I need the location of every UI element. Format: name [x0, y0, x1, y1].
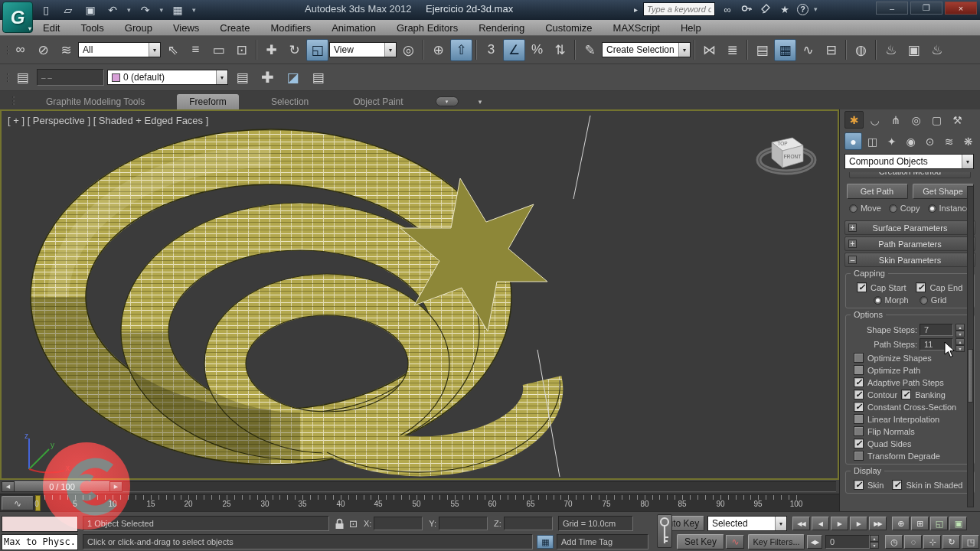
- category-lights-icon[interactable]: ✦: [883, 132, 900, 150]
- animate-selection-dropdown[interactable]: Selected ▾: [707, 516, 787, 531]
- time-tag-window-icon[interactable]: ▦: [537, 535, 554, 549]
- skin-checkbox[interactable]: ✓: [854, 480, 864, 490]
- schematic-view-icon[interactable]: ⊟: [820, 39, 842, 61]
- named-selection-dropdown[interactable]: Create Selection Se ▾: [602, 42, 691, 57]
- category-geometry-icon[interactable]: ●: [844, 132, 862, 150]
- maximize-button[interactable]: ❐: [910, 2, 942, 15]
- maximize-viewport-toggle[interactable]: ◳: [962, 535, 979, 549]
- keyboard-override-icon[interactable]: ⇧: [450, 39, 472, 61]
- key-filters-button[interactable]: Key Filters...: [748, 534, 805, 549]
- category-spacewarps-icon[interactable]: ≋: [940, 132, 958, 150]
- mirror-icon[interactable]: ⋈: [698, 39, 720, 61]
- z-coordinate-input[interactable]: [504, 517, 553, 530]
- zoom-all-button[interactable]: ⊞: [911, 517, 929, 530]
- ribbon-grip[interactable]: ⋮: [8, 94, 14, 106]
- minimize-button[interactable]: –: [876, 2, 908, 15]
- render-production-icon[interactable]: ♨: [926, 39, 948, 61]
- select-object-icon[interactable]: ⇖: [162, 39, 184, 61]
- tab-modify-icon[interactable]: ◡: [865, 111, 884, 129]
- move-radio[interactable]: [849, 204, 858, 213]
- menu-graph-editors[interactable]: Graph Editors: [397, 22, 458, 34]
- category-helpers-icon[interactable]: ⊙: [921, 132, 939, 150]
- skin-in-shaded-checkbox[interactable]: ✓: [892, 480, 902, 490]
- search-expand-icon[interactable]: ▸: [634, 5, 638, 14]
- max-logo-button[interactable]: G ▾: [2, 2, 33, 33]
- tab-display-icon[interactable]: ▢: [927, 111, 946, 129]
- cap-start-checkbox[interactable]: ✓: [857, 282, 867, 292]
- perspective-viewport[interactable]: [ + ] [ Perspective ] [ Shaded + Edged F…: [0, 109, 839, 480]
- tab-object-paint[interactable]: Object Paint: [341, 94, 415, 109]
- tab-freeform[interactable]: Freeform: [177, 94, 239, 109]
- previous-frame-arrow-icon[interactable]: ◀: [2, 481, 15, 492]
- morph-radio[interactable]: [874, 296, 882, 305]
- layer-manager-icon[interactable]: ▤: [11, 67, 34, 89]
- time-configuration-button[interactable]: ◷: [885, 535, 903, 549]
- tab-create-icon[interactable]: ✱: [844, 111, 864, 129]
- favorites-star-icon[interactable]: ★: [778, 4, 792, 15]
- menu-maxscript[interactable]: MAXScript: [613, 22, 660, 34]
- add-time-tag-button[interactable]: Add Time Tag: [557, 534, 648, 549]
- menu-views[interactable]: Views: [173, 22, 199, 34]
- active-layer-dropdown[interactable]: 0 (default) ▾: [107, 70, 228, 85]
- play-button[interactable]: ▶: [831, 517, 848, 530]
- qat-customize-icon[interactable]: ▾: [192, 6, 196, 14]
- maxscript-mini-listener[interactable]: Max to Physc.: [2, 534, 78, 550]
- subscription-key-icon[interactable]: [740, 3, 753, 16]
- zoom-extents-button[interactable]: ◱: [930, 517, 948, 530]
- surface-parameters-rollout[interactable]: + Surface Parameters: [844, 220, 975, 235]
- selection-filter-dropdown[interactable]: All ▾: [78, 42, 161, 57]
- select-by-name-icon[interactable]: ≡: [185, 39, 207, 61]
- previous-frame-button[interactable]: ◀: [812, 517, 829, 530]
- tab-motion-icon[interactable]: ◎: [906, 111, 926, 129]
- go-to-start-button[interactable]: ◀◀: [792, 517, 810, 530]
- viewcube[interactable]: TOP FRONT: [753, 122, 819, 187]
- skin-parameters-rollout[interactable]: – Skin Parameters: [844, 253, 975, 267]
- category-systems-icon[interactable]: ❋: [959, 132, 977, 150]
- toolbar-grip[interactable]: ⋮: [2, 71, 8, 83]
- shape-steps-spinner[interactable]: ▴ ▾: [956, 324, 965, 336]
- x-coordinate-input[interactable]: [374, 517, 423, 530]
- undo-icon[interactable]: ↶: [105, 2, 120, 18]
- select-scale-icon[interactable]: ◱: [306, 39, 328, 61]
- add-to-layer-icon[interactable]: ✚: [256, 67, 279, 89]
- scrollbar-thumb[interactable]: [968, 349, 973, 403]
- save-file-icon[interactable]: ▣: [83, 2, 98, 18]
- set-keys-key-button[interactable]: [657, 514, 672, 548]
- copy-radio[interactable]: [889, 204, 897, 213]
- contour-checkbox[interactable]: ✓: [854, 390, 864, 399]
- optimize-path-checkbox[interactable]: [854, 365, 864, 375]
- banking-checkbox[interactable]: ✓: [901, 390, 911, 399]
- named-selection-sets-icon[interactable]: ✎: [579, 39, 601, 61]
- menu-modifiers[interactable]: Modifiers: [270, 22, 311, 34]
- graphite-ribbon-toggle-icon[interactable]: ▦: [774, 39, 796, 61]
- tab-graphite-modeling-tools[interactable]: Graphite Modeling Tools: [34, 94, 157, 109]
- menu-create[interactable]: Create: [220, 22, 250, 34]
- selection-lock-icon[interactable]: [335, 518, 345, 530]
- instance-radio[interactable]: [928, 204, 936, 213]
- layer-color-swatch[interactable]: [112, 73, 120, 82]
- grid-radio[interactable]: [920, 296, 928, 305]
- ribbon-minimize-button[interactable]: ▾: [436, 96, 459, 106]
- window-crossing-icon[interactable]: ⊡: [230, 39, 253, 61]
- set-key-button[interactable]: Set Key: [677, 534, 724, 549]
- bind-spacewarp-icon[interactable]: ≋: [55, 39, 77, 61]
- open-file-icon[interactable]: ▱: [60, 2, 76, 18]
- path-steps-spinner[interactable]: ▴ ▾: [956, 338, 965, 350]
- menu-group[interactable]: Group: [125, 22, 152, 34]
- material-editor-icon[interactable]: ◍: [850, 39, 872, 61]
- constant-cross-section-checkbox[interactable]: ✓: [854, 402, 864, 412]
- use-pivot-center-icon[interactable]: ◎: [397, 39, 420, 61]
- tab-selection[interactable]: Selection: [259, 94, 321, 109]
- select-objects-in-layer-icon[interactable]: ◪: [282, 67, 304, 89]
- category-cameras-icon[interactable]: ◉: [902, 132, 920, 150]
- redo-icon[interactable]: ↷: [138, 2, 153, 18]
- get-shape-button[interactable]: Get Shape: [913, 184, 974, 199]
- optimize-shapes-checkbox[interactable]: [854, 353, 864, 363]
- path-parameters-rollout[interactable]: + Path Parameters: [844, 236, 975, 251]
- creation-method-rollout[interactable]: Creation Method: [849, 172, 971, 178]
- adaptive-path-steps-checkbox[interactable]: ✓: [854, 377, 864, 387]
- pan-view-button[interactable]: ⊹: [923, 535, 941, 549]
- zoom-button[interactable]: ⊕: [892, 517, 910, 530]
- key-mode-toggle-button[interactable]: ◀▶: [807, 535, 822, 549]
- loft-spiral-object[interactable]: [2, 111, 838, 478]
